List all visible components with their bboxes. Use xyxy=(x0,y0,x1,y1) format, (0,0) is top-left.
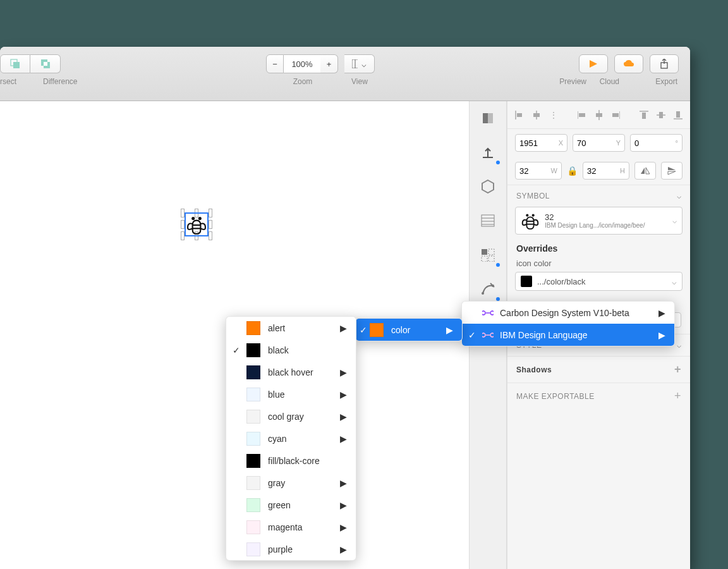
y-position-field[interactable]: Y xyxy=(573,134,625,152)
color-list-item[interactable]: blue▶ xyxy=(226,383,356,405)
cloud-label: Cloud xyxy=(600,77,619,86)
color-swatch xyxy=(370,323,384,337)
rotation-field[interactable]: ° xyxy=(630,134,682,152)
make-exportable-header[interactable]: MAKE EXPORTABLE+ xyxy=(507,382,690,409)
zoom-value[interactable]: 100% xyxy=(284,54,320,73)
color-list-item[interactable]: gray▶ xyxy=(226,472,356,494)
color-list-item[interactable]: cool gray▶ xyxy=(226,405,356,427)
align-top-icon[interactable] xyxy=(638,109,650,121)
align-left-icon[interactable] xyxy=(514,109,526,121)
check-icon: ✓ xyxy=(233,345,240,355)
flip-vertical-button[interactable] xyxy=(661,162,682,180)
alignment-row: ⋮ xyxy=(507,101,690,129)
cloud-icon xyxy=(622,59,635,68)
color-list-item[interactable]: fill/black-core xyxy=(226,450,356,472)
width-field[interactable]: W xyxy=(515,162,562,180)
svg-rect-21 xyxy=(482,249,487,255)
flip-horizontal-button[interactable] xyxy=(634,162,656,180)
plugin-tab-1[interactable] xyxy=(470,101,506,135)
svg-rect-43 xyxy=(659,112,663,118)
play-icon xyxy=(588,59,598,69)
library-menu-item[interactable]: Carbon Design System V10-beta ▶ xyxy=(462,302,674,324)
chevron-right-icon: ▶ xyxy=(340,412,347,422)
plugin-tab-2[interactable] xyxy=(470,135,506,169)
align-left2-icon[interactable] xyxy=(576,109,588,121)
view-label: View xyxy=(351,77,368,86)
override-value: .../color/black xyxy=(537,277,586,286)
share-icon xyxy=(660,59,669,69)
zoom-out-button[interactable]: − xyxy=(266,54,284,73)
color-swatch xyxy=(246,454,260,468)
align-right2-icon[interactable] xyxy=(610,109,622,121)
color-swatch xyxy=(246,410,260,424)
chevron-right-icon: ▶ xyxy=(340,323,347,333)
link-icon xyxy=(482,309,494,317)
align-bottom-icon[interactable] xyxy=(672,109,684,121)
x-position-field[interactable]: X xyxy=(515,134,567,152)
color-list-item[interactable]: magenta▶ xyxy=(226,516,356,538)
align-hcenter-icon[interactable] xyxy=(531,109,543,121)
resize-handle[interactable] xyxy=(209,231,212,240)
selection-outline xyxy=(185,212,209,236)
zoom-in-button[interactable]: + xyxy=(320,54,338,73)
color-swatch xyxy=(246,498,260,512)
plugin-tab-3[interactable] xyxy=(470,169,506,204)
preview-label: Preview xyxy=(559,77,586,86)
color-swatch xyxy=(246,520,260,534)
color-list-item[interactable]: ✓black xyxy=(226,339,356,361)
zoom-label: Zoom xyxy=(287,77,318,86)
svg-point-10 xyxy=(191,217,195,220)
color-list-item[interactable]: green▶ xyxy=(226,494,356,516)
svg-rect-31 xyxy=(517,113,522,117)
library-picker-menu: Carbon Design System V10-beta ▶ ✓ IBM De… xyxy=(461,301,675,346)
color-list-item[interactable]: purple▶ xyxy=(226,538,356,560)
export-button[interactable] xyxy=(650,54,679,73)
intersect-label: Intersect xyxy=(0,77,16,86)
svg-rect-37 xyxy=(596,113,602,117)
color-swatch xyxy=(246,343,260,357)
svg-rect-15 xyxy=(488,113,493,123)
symbol-source-select[interactable]: 32 IBM Design Lang.../icon/image/bee/ ⌵ xyxy=(515,207,682,235)
color-list-item[interactable]: cyan▶ xyxy=(226,427,356,450)
cloud-button[interactable] xyxy=(614,54,643,73)
plus-icon[interactable]: + xyxy=(674,363,681,376)
resize-handle[interactable] xyxy=(209,209,212,217)
chevron-right-icon: ▶ xyxy=(340,478,347,488)
view-group: ⌵ xyxy=(344,54,375,73)
svg-point-11 xyxy=(198,217,202,220)
plugin-tab-4[interactable] xyxy=(470,204,506,238)
lock-aspect-icon[interactable]: 🔒 xyxy=(567,166,578,176)
color-swatch xyxy=(246,388,260,401)
color-list-item[interactable]: black hover▶ xyxy=(226,361,356,383)
color-list-item[interactable]: alert▶ xyxy=(226,317,356,339)
svg-rect-35 xyxy=(579,113,585,117)
library-menu-item[interactable]: ✓ IBM Design Language ▶ xyxy=(462,324,674,346)
svg-point-51 xyxy=(532,214,535,217)
symbol-section-header[interactable]: SYMBOL ⌵ xyxy=(507,185,690,207)
plugin-tab-5[interactable] xyxy=(470,238,506,272)
view-button[interactable]: ⌵ xyxy=(344,54,375,73)
color-list-menu: alert▶✓blackblack hover▶blue▶cool gray▶c… xyxy=(226,316,356,561)
plus-icon[interactable]: + xyxy=(674,389,681,403)
align-vcenter-icon[interactable] xyxy=(655,109,667,121)
color-swatch xyxy=(246,321,260,335)
override-icon-color-select[interactable]: .../color/black ⌵ xyxy=(515,272,682,291)
height-field[interactable]: H xyxy=(583,162,629,180)
symbol-name: 32 xyxy=(545,212,645,222)
svg-marker-49 xyxy=(668,171,676,174)
align-center-icon[interactable] xyxy=(593,109,605,121)
svg-rect-39 xyxy=(612,113,619,117)
align-right-icon[interactable]: ⋮ xyxy=(548,109,560,121)
chevron-icon: ⌵ xyxy=(672,216,677,225)
shadows-section-header[interactable]: Shadows+ xyxy=(507,356,690,382)
color-menu-item[interactable]: ✓ color ▶ xyxy=(356,319,462,341)
difference-button[interactable] xyxy=(30,54,61,73)
check-icon: ✓ xyxy=(468,330,476,340)
link-icon xyxy=(482,331,494,340)
resize-handle[interactable] xyxy=(209,220,212,229)
selected-symbol-instance[interactable] xyxy=(181,209,212,240)
chevron-right-icon: ▶ xyxy=(340,389,347,400)
svg-point-50 xyxy=(526,214,528,217)
intersect-button[interactable] xyxy=(0,54,30,73)
preview-button[interactable] xyxy=(579,54,608,73)
